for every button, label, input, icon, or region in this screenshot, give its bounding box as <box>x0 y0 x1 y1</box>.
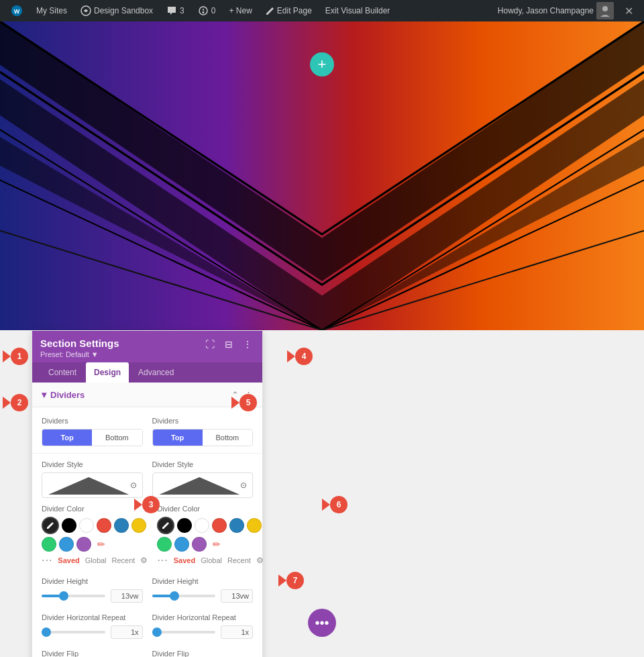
tab-content[interactable]: Content <box>40 362 85 383</box>
right-height-col: Divider Height 13vw <box>152 577 254 608</box>
float-more-button[interactable]: ••• <box>308 609 336 637</box>
annotation-badge-7: 7 <box>286 572 304 589</box>
left-color-row: ✏ <box>42 517 148 552</box>
left-repeat-track[interactable] <box>42 631 105 634</box>
left-color-col: Divider Color ✏ ··· <box>42 505 148 572</box>
admin-bar-right: Howdy, Jason Champagne ✕ <box>492 0 639 21</box>
left-height-track[interactable] <box>42 595 105 597</box>
annotation-6: 6 <box>322 496 347 513</box>
left-height-label: Divider Height <box>42 577 143 585</box>
columns-icon[interactable]: ⊟ <box>222 338 235 351</box>
new-item[interactable]: + New <box>223 0 257 21</box>
annotation-badge-6: 6 <box>330 496 347 513</box>
right-repeat-value[interactable]: 1x <box>221 625 253 639</box>
left-style-arrow: ⊙ <box>130 481 137 490</box>
right-flip-label: Divider Flip <box>152 650 254 657</box>
left-repeat-slider: 1x <box>42 625 143 639</box>
right-color-blue[interactable] <box>229 518 244 533</box>
left-repeat-value[interactable]: 1x <box>111 625 143 639</box>
design-sandbox-item[interactable]: Design Sandbox <box>75 0 158 21</box>
edit-page-item[interactable]: Edit Page <box>260 0 317 21</box>
left-color-yellow[interactable] <box>131 518 146 533</box>
right-color-col: Divider Color ✏ ··· <box>157 505 263 572</box>
right-height-value[interactable]: 13vw <box>221 589 253 603</box>
left-color-red[interactable] <box>97 518 111 533</box>
comments-item[interactable]: 3 <box>161 0 190 21</box>
annotation-2: 2 <box>3 394 28 411</box>
right-repeat-label: Divider Horizontal Repeat <box>152 613 254 621</box>
left-bottom-btn[interactable]: Bottom <box>92 429 142 446</box>
wp-logo-item[interactable]: W <box>5 0 28 21</box>
right-repeat-thumb[interactable] <box>152 627 162 637</box>
right-color-pen[interactable] <box>157 517 174 534</box>
right-color-edit[interactable]: ✏ <box>209 537 224 552</box>
close-bar-item[interactable]: ✕ <box>619 0 639 21</box>
panel-preset: Preset: Default ▼ <box>40 350 119 358</box>
right-style-col: Divider Style ⊙ <box>152 460 254 498</box>
right-style-preview <box>158 476 241 495</box>
annotation-badge-1: 1 <box>11 348 28 365</box>
fullscreen-icon[interactable]: ⛶ <box>203 338 217 351</box>
svg-point-5 <box>203 12 204 13</box>
right-style-select[interactable]: ⊙ <box>152 472 254 498</box>
admin-bar: W My Sites Design Sandbox 3 0 + New Edit… <box>0 0 644 21</box>
left-flip-col: Divider Flip <box>42 650 143 657</box>
right-color-black[interactable] <box>177 518 192 533</box>
left-color-pen[interactable] <box>42 517 59 534</box>
annotation-7: 7 <box>278 572 304 589</box>
right-top-btn[interactable]: Top <box>153 429 203 446</box>
user-greeting[interactable]: Howdy, Jason Champagne <box>492 0 619 21</box>
panel-tabs: Content Design Advanced <box>32 362 262 383</box>
exit-visual-builder-item[interactable]: Exit Visual Builder <box>320 0 396 21</box>
left-color-green[interactable] <box>42 537 56 552</box>
left-top-btn[interactable]: Top <box>42 429 92 446</box>
left-color-blue[interactable] <box>114 518 129 533</box>
tab-advanced[interactable]: Advanced <box>130 362 182 383</box>
right-color-white[interactable] <box>195 518 209 533</box>
left-dividers-label: Dividers <box>42 417 143 425</box>
more-icon[interactable]: ⋮ <box>241 338 254 351</box>
left-repeat-thumb[interactable] <box>42 627 51 637</box>
left-height-value[interactable]: 13vw <box>111 589 143 603</box>
right-color-meta: ··· Saved Global Recent ⚙ <box>157 554 263 566</box>
right-color-gear-icon[interactable]: ⚙ <box>256 556 264 565</box>
right-color-red[interactable] <box>212 518 227 533</box>
left-style-label: Divider Style <box>42 460 143 468</box>
right-color-row: ✏ <box>157 517 263 552</box>
left-color-purple[interactable] <box>76 537 91 552</box>
add-section-button[interactable]: + <box>310 52 334 77</box>
annotation-4: 4 <box>287 348 313 365</box>
left-height-col: Divider Height 13vw <box>42 577 143 608</box>
right-top-bottom-toggle: Top Bottom <box>152 429 254 446</box>
right-color-yellow[interactable] <box>247 518 262 533</box>
left-color-lightblue[interactable] <box>59 537 74 552</box>
panel-header-icons: ⛶ ⊟ ⋮ <box>203 338 254 351</box>
my-sites-item[interactable]: My Sites <box>31 0 72 21</box>
hero-area: + <box>0 21 644 330</box>
settings-panel: Section Settings Preset: Default ▼ ⛶ ⊟ ⋮… <box>32 330 263 657</box>
annotation-5: 5 <box>231 394 257 411</box>
right-height-thumb[interactable] <box>170 591 179 601</box>
right-height-track[interactable] <box>152 595 216 597</box>
right-color-lightblue[interactable] <box>174 537 189 552</box>
right-height-label: Divider Height <box>152 577 254 585</box>
left-flip-label: Divider Flip <box>42 650 143 657</box>
right-style-label: Divider Style <box>152 460 254 468</box>
left-style-select[interactable]: ⊙ <box>42 472 143 498</box>
panel-title-group: Section Settings Preset: Default ▼ <box>40 338 119 358</box>
right-height-slider: 13vw <box>152 589 254 603</box>
left-color-gear-icon[interactable]: ⚙ <box>140 556 148 565</box>
left-color-edit[interactable]: ✏ <box>94 537 109 552</box>
right-color-purple[interactable] <box>192 537 207 552</box>
right-color-green[interactable] <box>157 537 172 552</box>
left-height-thumb[interactable] <box>59 591 68 601</box>
right-bottom-btn[interactable]: Bottom <box>203 429 252 446</box>
panel-header: Section Settings Preset: Default ▼ ⛶ ⊟ ⋮ <box>32 331 262 362</box>
left-height-slider: 13vw <box>42 589 143 603</box>
left-color-white[interactable] <box>79 518 94 533</box>
tab-design[interactable]: Design <box>86 362 129 383</box>
updates-item[interactable]: 0 <box>193 0 221 21</box>
svg-text:W: W <box>14 8 20 15</box>
left-color-black[interactable] <box>62 518 76 533</box>
right-repeat-track[interactable] <box>152 631 216 634</box>
